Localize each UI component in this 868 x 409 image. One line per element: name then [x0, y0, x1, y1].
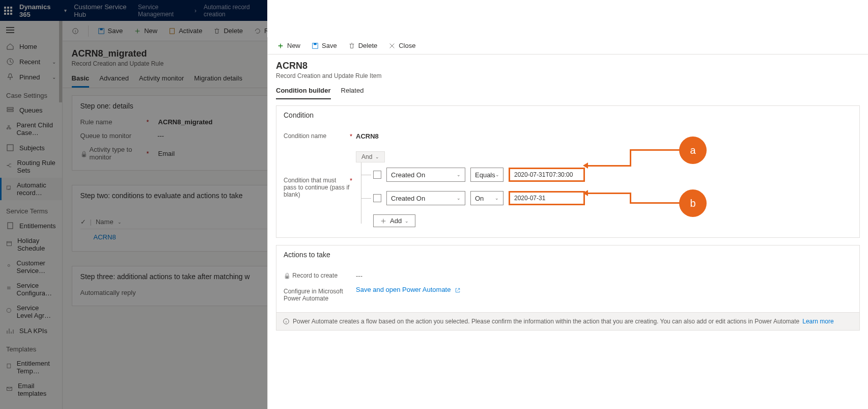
- activate-button[interactable]: Activate: [164, 25, 206, 37]
- rule-name-label: Rule name: [80, 118, 147, 126]
- nav-subjects[interactable]: Subjects: [0, 140, 62, 155]
- condition-section-title: Condition: [276, 106, 859, 124]
- group-operator-and[interactable]: And ⌄: [356, 151, 385, 162]
- trash-icon: [348, 42, 355, 49]
- nav-recent-label: Recent: [19, 58, 40, 66]
- nav-home-label: Home: [19, 43, 37, 50]
- activity-type-label: Activity type to monitor: [80, 146, 147, 161]
- config-icon: [6, 285, 12, 293]
- add-condition-button[interactable]: Add ⌄: [373, 214, 415, 227]
- plus-icon: [134, 28, 141, 35]
- nav-entitlements[interactable]: Entitlements: [0, 218, 62, 233]
- nav-hamburger[interactable]: [0, 23, 62, 39]
- chevron-down-icon: ⌄: [375, 154, 379, 159]
- rule-items-table-header: ✓ | Name ⌄: [80, 215, 267, 229]
- annotation-arrow-a: [583, 162, 588, 169]
- chevron-down-icon: ⌄: [495, 172, 499, 177]
- panel-save-button[interactable]: Save: [307, 40, 341, 51]
- condition-name-value[interactable]: ACRN8: [356, 130, 379, 140]
- tab-migration[interactable]: Migration details: [194, 74, 242, 88]
- panel-delete-button[interactable]: Delete: [344, 40, 382, 51]
- breadcrumb-1[interactable]: Service Management: [138, 4, 187, 18]
- step-two-card: Step two: conditions to evaluate and act…: [72, 185, 267, 252]
- nav-scrollbar[interactable]: [59, 21, 62, 102]
- tab-activity-monitor[interactable]: Activity monitor: [139, 74, 184, 88]
- help-icon[interactable]: i: [68, 25, 83, 37]
- step-one-card: Step one: details Rule name * ACRN8_migr…: [72, 95, 267, 171]
- page-subtitle: Record Creation and Update Rule: [72, 60, 267, 67]
- refresh-button[interactable]: Refr: [250, 25, 267, 37]
- actions-card: Actions to take Record to create --- Con…: [276, 245, 860, 331]
- nav-pinned[interactable]: Pinned ⌄: [0, 69, 62, 85]
- save-icon: [312, 42, 319, 49]
- svg-rect-4: [7, 128, 8, 129]
- value-input-date[interactable]: 2020-07-31: [509, 191, 585, 205]
- nav-parent-child[interactable]: Parent Child Case…: [0, 118, 62, 140]
- chevron-down-icon: ⌄: [52, 59, 56, 65]
- check-icon[interactable]: ✓: [80, 218, 86, 226]
- nav-holiday[interactable]: Holiday Schedule: [0, 233, 62, 256]
- save-open-power-automate-link[interactable]: Save and open Power Automate: [356, 286, 461, 293]
- subject-icon: [6, 144, 14, 152]
- hub-label[interactable]: Customer Service Hub: [74, 3, 131, 18]
- chevron-down-icon[interactable]: ▾: [64, 8, 67, 13]
- panel-subtitle: Record Creation and Update Rule Item: [276, 72, 860, 79]
- operator-select[interactable]: On⌄: [470, 191, 503, 205]
- actions-section-title: Actions to take: [276, 246, 859, 264]
- svg-rect-20: [314, 43, 316, 45]
- nav-service-config[interactable]: Service Configura…: [0, 278, 62, 301]
- field-select[interactable]: Created On⌄: [386, 191, 465, 205]
- page-title: ACRN8_migrated: [72, 48, 267, 59]
- column-name[interactable]: Name: [96, 218, 114, 226]
- tab-related[interactable]: Related: [341, 87, 364, 99]
- breadcrumb-2[interactable]: Automatic record creation: [204, 4, 263, 18]
- tab-basic[interactable]: Basic: [72, 74, 90, 88]
- step-three-title: Step three: additional actions to take a…: [80, 272, 267, 281]
- nav-email-templates[interactable]: Email templates: [0, 378, 62, 401]
- condition-name-label: Condition name: [284, 130, 350, 140]
- panel-close-button[interactable]: Close: [384, 40, 419, 51]
- nav-queues[interactable]: Queues: [0, 102, 62, 118]
- step-two-title: Step two: conditions to evaluate and act…: [80, 192, 267, 200]
- trash-icon: [213, 28, 220, 35]
- annotation-circle-a: a: [679, 137, 707, 164]
- rule-name-value[interactable]: ACRN8_migrated: [158, 118, 213, 126]
- svg-point-10: [8, 264, 10, 266]
- routing-icon: [6, 162, 12, 171]
- required-indicator: *: [350, 130, 356, 140]
- tab-advanced[interactable]: Advanced: [99, 74, 129, 88]
- save-button[interactable]: Save: [94, 25, 127, 37]
- record-to-create-value[interactable]: ---: [356, 270, 362, 280]
- learn-more-link[interactable]: Learn more: [802, 318, 833, 325]
- panel-header: ACRN8 Record Creation and Update Rule It…: [268, 54, 868, 81]
- row-checkbox[interactable]: [373, 194, 381, 202]
- svg-rect-1: [7, 107, 13, 109]
- nav-sla[interactable]: Service Level Agr…: [0, 301, 62, 323]
- activity-type-value[interactable]: Email: [158, 150, 175, 157]
- rule-item-row[interactable]: ACRN8: [80, 229, 267, 245]
- value-input-datetime[interactable]: 2020-07-31T07:30:00: [509, 168, 585, 182]
- plus-icon: [380, 217, 387, 225]
- nav-routing[interactable]: Routing Rule Sets: [0, 155, 62, 178]
- nav-entitlement-templates[interactable]: Entitlement Temp…: [0, 356, 62, 378]
- operator-select[interactable]: Equals⌄: [470, 168, 503, 182]
- activate-icon: [169, 28, 176, 35]
- nav-sla-kpi[interactable]: SLA KPIs: [0, 323, 62, 338]
- nav-home[interactable]: Home: [0, 39, 62, 54]
- panel-new-button[interactable]: New: [273, 40, 304, 51]
- field-select[interactable]: Created On⌄: [386, 168, 465, 182]
- nav-customer-service[interactable]: Customer Service…: [0, 256, 62, 278]
- auto-record-icon: [6, 185, 12, 193]
- close-icon: [388, 42, 396, 49]
- nav-recent[interactable]: Recent ⌄: [0, 54, 62, 69]
- chevron-down-icon[interactable]: ⌄: [118, 220, 122, 225]
- new-button[interactable]: New: [130, 25, 161, 37]
- tab-condition-builder[interactable]: Condition builder: [276, 87, 331, 99]
- brand-label[interactable]: Dynamics 365: [19, 3, 57, 18]
- queue-value[interactable]: ---: [157, 132, 164, 140]
- delete-button[interactable]: Delete: [209, 25, 247, 37]
- app-launcher-icon[interactable]: [4, 7, 12, 15]
- annotation-line-b-h: [588, 193, 631, 194]
- row-checkbox[interactable]: [373, 171, 381, 179]
- nav-auto-record[interactable]: Automatic record…: [0, 178, 62, 200]
